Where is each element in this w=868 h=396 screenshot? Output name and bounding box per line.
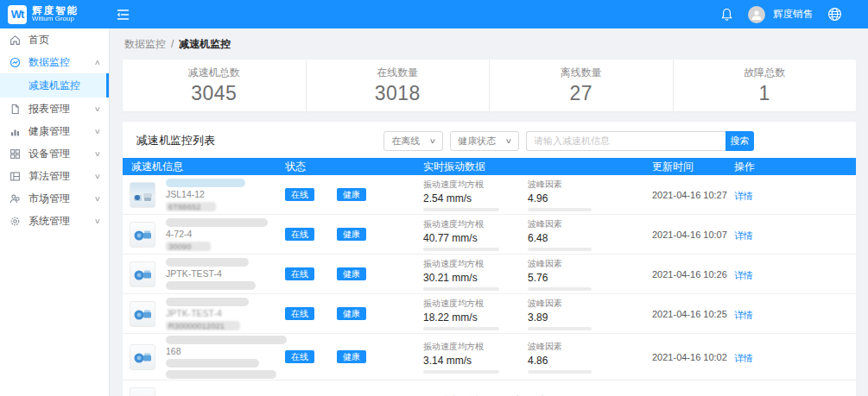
device-info-cell: 168 [123, 336, 276, 379]
stats-summary-card: 减速机总数3045在线数量3018离线数量27故障总数1 [123, 60, 856, 111]
device-info-cell: JPTK-TEST-4R30000012021 [123, 298, 276, 330]
action-cell: 详情 [725, 267, 856, 282]
action-cell: 详情 [725, 187, 856, 203]
device-name-lines: JPTK-TEST-4R30000012021 [166, 298, 249, 330]
table-row: JSL14-126T88652在线健康振动速度均方根2.54 mm/s波峰因素4… [123, 175, 856, 215]
metric-value: 5.76 [528, 272, 592, 284]
status-badge: 在线 [285, 228, 314, 241]
rms-metric: 振动速度均方根18.22 mm/s [423, 298, 499, 330]
detail-link[interactable]: 详情 [734, 191, 753, 201]
sidebar-item-market[interactable]: 市场管理∨ [0, 187, 109, 210]
device-text-redacted [166, 370, 276, 379]
algorithm-icon [10, 170, 22, 182]
device-thumbnail[interactable] [130, 301, 155, 327]
device-thumbnail[interactable] [130, 387, 155, 396]
status-badge: 在线 [285, 267, 314, 280]
detail-link[interactable]: 详情 [734, 353, 753, 363]
vibration-data-cell: 振动速度均方根2.54 mm/s波峰因素4.96 [415, 179, 643, 211]
status-badge: 健康 [337, 307, 366, 320]
table-row: 168在线健康振动速度均方根3.14 mm/s波峰因素4.862021-04-1… [123, 334, 856, 380]
notification-bell-icon[interactable] [720, 8, 733, 22]
rms-metric: 振动速度均方根3.14 mm/s [423, 341, 499, 374]
table-row: JPTK-TEST-4R30000012021在线健康振动速度均方根18.22 … [123, 294, 856, 334]
vibration-data-cell: 振动速度均方根30.21 mm/s波峰因素5.76 [415, 258, 643, 291]
sidebar-item-label: 市场管理 [29, 192, 70, 206]
metric-bar [423, 370, 499, 374]
device-thumbnail[interactable] [130, 222, 155, 248]
menu-fold-icon[interactable] [117, 9, 130, 21]
status-cell: 在线健康 [276, 307, 415, 320]
breadcrumb-current: 减速机监控 [179, 37, 231, 52]
stat-label: 减速机总数 [188, 66, 240, 80]
sidebar-subitem-reducer-monitor[interactable]: 减速机监控 [0, 73, 109, 97]
monitor-icon [10, 56, 22, 68]
action-cell: 详情 [725, 306, 856, 322]
device-name-lines: 4-72-430090 [166, 218, 268, 251]
device-thumbnail[interactable] [130, 261, 155, 287]
sidebar-item-home[interactable]: 首页 [0, 28, 109, 51]
status-cell: 在线健康 [276, 267, 415, 280]
status-cell: 在线健康 [276, 228, 415, 241]
brand-name-en: Witium Group [32, 16, 79, 23]
device-text-redacted [166, 298, 249, 306]
metric-bar [423, 248, 499, 251]
stat-value: 3018 [375, 82, 421, 105]
metric-label: 振动速度均方根 [423, 179, 499, 191]
chevron-down-icon: ∨ [429, 137, 437, 145]
sidebar-item-health[interactable]: 健康管理∨ [0, 120, 109, 142]
detail-link[interactable]: 详情 [734, 230, 753, 241]
logo-icon: Wt [8, 5, 27, 24]
health-status-select[interactable]: 健康状态 ∨ [450, 131, 519, 151]
metric-bar [528, 208, 592, 211]
table-header-cell: 更新时间 [643, 160, 725, 174]
action-cell: 详情 [725, 349, 856, 365]
user-name[interactable]: 辉度销售 [773, 8, 813, 21]
metric-bar [423, 287, 499, 291]
brand-logo: Wt 辉度智能 Witium Group [0, 0, 110, 28]
search-input[interactable] [526, 131, 725, 151]
top-bar: Wt 辉度智能 Witium Group 辉度销售 [0, 0, 868, 28]
sidebar-item-report[interactable]: 报表管理∨ [0, 97, 109, 120]
device-text-redacted [166, 281, 256, 290]
breadcrumb-parent[interactable]: 数据监控 [124, 37, 166, 52]
chevron-down-icon: ∨ [505, 137, 513, 145]
chevron-icon: ∨ [94, 105, 101, 113]
list-toolbar: 减速机监控列表 在离线 ∨ 健康状态 ∨ 搜索 [123, 122, 856, 158]
online-status-select[interactable]: 在离线 ∨ [383, 131, 443, 151]
sidebar-item-algorithm[interactable]: 算法管理∨ [0, 165, 109, 187]
chevron-icon: ∨ [94, 195, 101, 203]
detail-link[interactable]: 详情 [734, 310, 753, 320]
metric-value: 18.22 mm/s [423, 311, 499, 324]
brand-text: 辉度智能 Witium Group [32, 5, 79, 23]
sidebar-item-label: 系统管理 [29, 214, 70, 229]
table-header-cell: 减速机信息 [123, 160, 276, 174]
status-badge: 健康 [337, 228, 366, 241]
sidebar-item-system[interactable]: 系统管理∨ [0, 210, 109, 232]
metric-label: 波峰因素 [528, 179, 592, 191]
device-text-redacted: 30090 [166, 242, 211, 251]
device-thumbnail[interactable] [130, 182, 155, 208]
metric-label: 波峰因素 [528, 258, 592, 270]
sidebar-subitem-label: 减速机监控 [29, 79, 80, 93]
stat-label: 故障总数 [744, 66, 785, 80]
chevron-icon: ∨ [94, 217, 101, 225]
sidebar-nav: 首页数据监控∧减速机监控报表管理∨健康管理∨设备管理∨算法管理∨市场管理∨系统管… [0, 28, 110, 396]
device-name-lines: 168 [166, 336, 287, 379]
user-avatar[interactable] [748, 6, 765, 23]
device-icon [10, 148, 22, 160]
sidebar-item-data-monitor[interactable]: 数据监控∧ [0, 51, 109, 73]
stat-label: 离线数量 [561, 66, 602, 80]
detail-link[interactable]: 详情 [734, 270, 753, 280]
device-text-redacted [166, 179, 245, 187]
device-name: 168 [166, 347, 287, 356]
device-info-cell: JPTK-TEST-4 [123, 258, 276, 290]
device-thumbnail[interactable] [130, 344, 155, 370]
chevron-icon: ∨ [94, 173, 101, 180]
status-badge: 在线 [285, 350, 314, 363]
sidebar-item-device[interactable]: 设备管理∨ [0, 142, 109, 165]
table-body: JSL14-126T88652在线健康振动速度均方根2.54 mm/s波峰因素4… [123, 175, 856, 396]
language-globe-icon[interactable] [827, 7, 842, 22]
stat-value: 27 [569, 82, 592, 105]
rms-metric: 振动速度均方根2.54 mm/s [423, 179, 499, 211]
search-button[interactable]: 搜索 [725, 131, 754, 151]
